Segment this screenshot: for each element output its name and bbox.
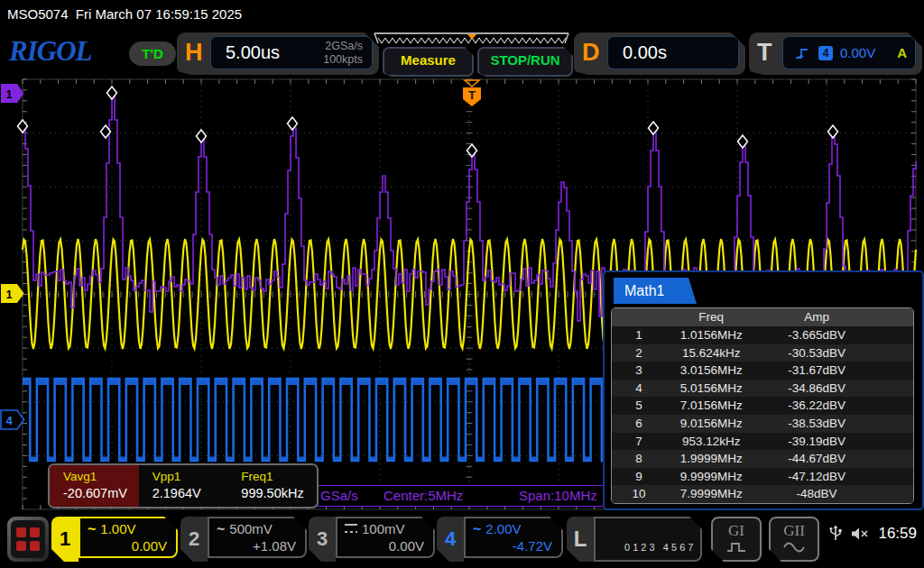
- channel-offset: 0.00V: [345, 538, 424, 554]
- menu-grid-icon: [11, 520, 45, 558]
- table-row: 7953.12kHz-39.19dBV: [612, 433, 913, 451]
- peak-amplitude: -39.19dBV: [756, 433, 877, 451]
- math1-reference-tag[interactable]: 1: [1, 84, 24, 103]
- sine-wave-icon: [783, 542, 805, 553]
- fft-center-frequency: Center:5MHz: [383, 486, 463, 506]
- peak-frequency: 1.0156MHz: [666, 326, 756, 344]
- generator1-label: GI: [713, 522, 760, 540]
- table-header-row: Freq Amp: [612, 308, 913, 326]
- peak-index: 9: [612, 468, 666, 486]
- fft-peak-marker: [828, 125, 838, 138]
- channel-offset: -4.72V: [473, 538, 552, 554]
- math1-tab[interactable]: Math1: [614, 278, 697, 304]
- peak-index: 7: [612, 433, 666, 451]
- svg-text:1: 1: [5, 288, 12, 301]
- measurement-value: 2.1964V: [152, 486, 228, 500]
- channel-offset: 0.00V: [88, 538, 167, 554]
- digital-label: L: [567, 517, 594, 562]
- peak-amplitude: -44.67dBV: [756, 450, 877, 468]
- usb-icon: [829, 525, 842, 543]
- measurement-label: Vavg1: [63, 470, 139, 483]
- svg-text:1: 1: [5, 87, 12, 101]
- ch1-reference-tag[interactable]: 1: [1, 284, 24, 303]
- peak-amplitude: -47.12dBV: [756, 468, 877, 486]
- table-row: 33.0156MHz-31.67dBV: [612, 362, 913, 380]
- peak-index: 1: [612, 326, 666, 344]
- trigger-position-marker: T: [463, 80, 481, 106]
- peak-index: 8: [612, 450, 666, 468]
- peak-amplitude: -34.86dBV: [756, 380, 877, 398]
- channel-readout: ~1.00V0.00V: [79, 517, 178, 558]
- peak-frequency: 9.9999MHz: [666, 468, 756, 486]
- channel-number: 2: [180, 517, 208, 562]
- generator1-button[interactable]: GI: [711, 517, 762, 562]
- channel-4-button[interactable]: 4~2.00V-4.72V: [437, 517, 563, 562]
- measurement-label: Vpp1: [152, 470, 228, 483]
- channel-readout: ~500mV+1.08V: [208, 517, 307, 558]
- ac-coupling-icon: ~: [473, 525, 481, 534]
- channel-scale: 500mV: [229, 521, 273, 536]
- table-row: 99.9999MHz-47.12dBV: [612, 468, 913, 486]
- peak-index: 6: [612, 415, 666, 433]
- ac-coupling-icon: ~: [88, 525, 96, 534]
- channel-readout: 100mV0.00V: [336, 517, 435, 558]
- peak-frequency: 15.624kHz: [666, 344, 756, 362]
- speaker-muted-icon[interactable]: [851, 527, 869, 541]
- measurement-item-vavg1[interactable]: Vavg1-20.607mV: [50, 465, 139, 507]
- peak-amplitude: -36.22dBV: [756, 397, 877, 415]
- digital-channels-button[interactable]: L 0 1 2 3 4 5 6 7 8 9 10 11 12 13 14 15: [567, 517, 702, 562]
- peak-frequency: 5.0156MHz: [666, 380, 756, 398]
- dc-coupling-icon: [345, 524, 357, 534]
- measurement-label: Freq1: [241, 470, 317, 483]
- peak-index: 5: [612, 397, 666, 415]
- math1-peak-table: Freq Amp 11.0156MHz-3.665dBV215.624kHz-3…: [611, 307, 914, 504]
- table-body: 11.0156MHz-3.665dBV215.624kHz-30.53dBV33…: [612, 326, 913, 503]
- table-row: 81.9999MHz-44.67dBV: [612, 450, 913, 468]
- channel-3-button[interactable]: 3100mV0.00V: [309, 517, 435, 562]
- peak-frequency: 3.0156MHz: [666, 362, 756, 380]
- measurement-item-freq1[interactable]: Freq1999.50kHz: [227, 465, 317, 507]
- channel-2-button[interactable]: 2~500mV+1.08V: [180, 517, 307, 562]
- channel-scale: 100mV: [362, 521, 405, 536]
- oscilloscope-screen: MSO5074 Fri March 07 16:59:15 2025 RIGOL…: [0, 0, 924, 568]
- fft-peak-marker: [649, 122, 659, 134]
- peak-amplitude: -31.67dBV: [756, 362, 877, 380]
- generator2-label: GII: [771, 522, 818, 540]
- channel-1-button[interactable]: 1~1.00V0.00V: [51, 517, 178, 562]
- fft-sample-rate-partial: GSa/s: [320, 486, 358, 506]
- peak-index: 4: [612, 380, 666, 398]
- column-header-amp: Amp: [756, 308, 877, 326]
- generator2-button[interactable]: GII: [769, 517, 819, 562]
- digital-row-1: 0 1 2 3 4 5 6 7: [624, 542, 693, 553]
- fft-peak-marker: [107, 87, 117, 99]
- ch4-reference-tag[interactable]: 4: [1, 410, 24, 429]
- channel-scale: 2.00V: [485, 521, 521, 536]
- channel-number: 1: [51, 517, 79, 562]
- math1-results-panel: Math1 Freq Amp 11.0156MHz-3.665dBV215.62…: [603, 270, 924, 510]
- peak-index: 10: [612, 485, 666, 503]
- ac-coupling-icon: ~: [217, 525, 225, 534]
- measurement-value: -20.607mV: [63, 486, 139, 500]
- svg-text:4: 4: [5, 414, 13, 427]
- square-wave-icon: [726, 542, 746, 553]
- svg-text:T: T: [468, 88, 476, 102]
- peak-amplitude: -30.53dBV: [756, 344, 877, 362]
- channel-offset: +1.08V: [217, 538, 296, 554]
- peak-frequency: 9.0156MHz: [666, 415, 756, 433]
- peak-amplitude: -38.53dBV: [756, 415, 877, 433]
- table-row: 45.0156MHz-34.86dBV: [612, 380, 913, 398]
- clock: 16:59: [878, 525, 917, 543]
- table-row: 57.0156MHz-36.22dBV: [612, 397, 913, 415]
- digital-channel-list: 0 1 2 3 4 5 6 7 8 9 10 11 12 13 14 15: [594, 517, 702, 562]
- measurement-item-vpp1[interactable]: Vpp12.1964V: [139, 465, 228, 507]
- channel-status-bar: 1~1.00V0.00V2~500mV+1.08V3100mV0.00V4~2.…: [0, 514, 924, 568]
- peak-frequency: 7.9999MHz: [666, 485, 756, 503]
- menu-button[interactable]: [7, 517, 49, 562]
- fft-peak-marker: [18, 120, 28, 133]
- peak-amplitude: -48dBV: [756, 485, 877, 503]
- table-row: 107.9999MHz-48dBV: [612, 485, 913, 503]
- peak-frequency: 7.0156MHz: [666, 397, 756, 415]
- channel-scale: 1.00V: [100, 521, 135, 536]
- table-row: 69.0156MHz-38.53dBV: [612, 415, 913, 433]
- fft-span: Span:10MHz: [519, 486, 597, 506]
